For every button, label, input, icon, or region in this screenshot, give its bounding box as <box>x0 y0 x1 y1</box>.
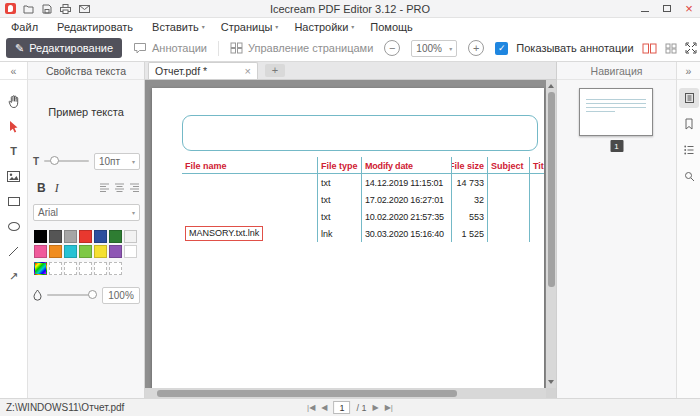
table-cell[interactable] <box>182 208 318 225</box>
close-icon[interactable]: × <box>245 66 251 77</box>
table-cell[interactable]: 14 733 <box>452 174 488 191</box>
color-swatch[interactable] <box>79 230 92 243</box>
table-cell[interactable]: 32 <box>452 191 488 208</box>
align-center-icon[interactable] <box>114 183 125 193</box>
maximize-button[interactable] <box>656 0 678 17</box>
italic-button[interactable]: I <box>55 181 59 196</box>
rectangle-tool[interactable] <box>0 190 27 212</box>
color-swatch[interactable] <box>124 230 137 243</box>
tab-document[interactable]: Отчет.pdf * × <box>148 62 258 79</box>
hand-tool[interactable] <box>0 90 27 112</box>
color-swatch[interactable] <box>34 245 47 258</box>
image-tool[interactable] <box>0 165 27 187</box>
first-page-button[interactable]: |◀ <box>307 403 315 412</box>
minimize-button[interactable] <box>634 0 656 17</box>
color-swatch[interactable] <box>109 245 122 258</box>
collapse-left-panel-icon[interactable]: « <box>0 62 27 80</box>
search-tab[interactable] <box>679 166 699 186</box>
table-cell[interactable]: txt <box>318 191 362 208</box>
align-right-icon[interactable] <box>129 183 140 193</box>
open-file-icon[interactable] <box>23 4 34 14</box>
custom-color-slot[interactable] <box>64 262 77 275</box>
ellipse-tool[interactable] <box>0 215 27 237</box>
print-icon[interactable] <box>60 4 71 14</box>
zoom-out-button[interactable]: − <box>384 40 400 56</box>
table-cell[interactable]: 17.02.2020 16:27:01 <box>362 191 452 208</box>
font-size-select[interactable]: 10пт▾ <box>94 153 140 170</box>
color-swatch[interactable] <box>49 230 62 243</box>
table-cell[interactable]: txt <box>318 208 362 225</box>
menu-settings[interactable]: Настройки▾ <box>286 18 362 35</box>
align-left-icon[interactable] <box>99 183 110 193</box>
custom-color-slot[interactable] <box>79 262 92 275</box>
bold-button[interactable]: B <box>37 181 46 195</box>
color-swatch[interactable] <box>124 245 137 258</box>
font-size-slider[interactable] <box>44 160 89 162</box>
annotations-list-tab[interactable] <box>679 140 699 160</box>
table-cell[interactable]: txt <box>318 174 362 191</box>
font-family-select[interactable]: Arial▾ <box>33 204 140 221</box>
menu-file[interactable]: Файл <box>3 18 49 35</box>
custom-color-slot[interactable] <box>94 262 107 275</box>
opacity-slider[interactable] <box>47 294 97 296</box>
scroll-down-icon[interactable] <box>548 380 554 384</box>
two-page-view-icon[interactable] <box>642 43 657 54</box>
select-cursor-tool[interactable] <box>0 115 27 137</box>
scrollbar-thumb[interactable] <box>548 92 555 287</box>
table-cell[interactable] <box>182 174 318 191</box>
save-icon[interactable] <box>42 4 52 14</box>
table-cell[interactable]: 14.12.2019 11:15:01 <box>362 174 452 191</box>
scrollbar-thumb[interactable] <box>157 390 457 397</box>
prev-page-button[interactable]: ◀ <box>321 403 327 412</box>
page-thumbnail[interactable] <box>579 88 653 136</box>
zoom-in-button[interactable]: + <box>468 40 484 56</box>
col-header-file-type[interactable]: File type <box>318 157 362 174</box>
table-cell[interactable]: 1 525 <box>452 225 488 242</box>
vertical-scrollbar[interactable] <box>546 80 556 388</box>
slider-handle[interactable] <box>50 156 59 165</box>
bookmarks-tab[interactable] <box>679 114 699 134</box>
collapse-right-panel-icon[interactable]: » <box>677 62 700 80</box>
close-button[interactable]: × <box>678 0 700 17</box>
color-swatch[interactable] <box>64 245 77 258</box>
menu-edit[interactable]: Редактировать <box>49 18 144 35</box>
col-header-file-name[interactable]: File name <box>182 157 318 174</box>
line-tool[interactable] <box>0 240 27 262</box>
scroll-up-icon[interactable] <box>548 84 554 88</box>
thumbnails-tab[interactable] <box>679 88 699 108</box>
col-header-subject[interactable]: Subject <box>488 157 530 174</box>
col-header-title[interactable]: Tit <box>530 157 544 174</box>
rounded-rect-element[interactable] <box>182 115 538 151</box>
annotations-mode-button[interactable]: Аннотации <box>133 42 207 54</box>
show-annotations-checkbox[interactable]: ✓ <box>495 42 508 55</box>
table-cell[interactable]: lnk <box>318 225 362 242</box>
table-cell[interactable] <box>182 191 318 208</box>
color-swatch[interactable] <box>94 245 107 258</box>
opacity-value[interactable]: 100% <box>102 287 140 304</box>
custom-color-picker[interactable] <box>34 262 47 275</box>
custom-color-slot[interactable] <box>49 262 62 275</box>
color-swatch[interactable] <box>34 230 47 243</box>
col-header-modify-date[interactable]: Modify date <box>362 157 452 174</box>
fullscreen-icon[interactable] <box>685 42 697 54</box>
grid-view-icon[interactable] <box>665 43 677 54</box>
new-tab-button[interactable]: + <box>265 64 285 77</box>
color-swatch[interactable] <box>79 245 92 258</box>
table-cell[interactable]: 30.03.2020 15:16:40 <box>362 225 452 242</box>
last-page-button[interactable]: ▶| <box>385 403 393 412</box>
menu-insert[interactable]: Вставить▾ <box>144 18 213 35</box>
text-tool[interactable]: T <box>0 140 27 162</box>
color-swatch[interactable] <box>49 245 62 258</box>
col-header-file-size[interactable]: File size <box>452 157 488 174</box>
color-swatch[interactable] <box>109 230 122 243</box>
slider-handle[interactable] <box>88 290 97 299</box>
color-swatch[interactable] <box>94 230 107 243</box>
edit-mode-button[interactable]: ✎ Редактирование <box>6 38 122 58</box>
current-page-input[interactable]: 1 <box>333 401 350 414</box>
zoom-level-select[interactable]: 100%▾ <box>411 40 457 57</box>
selected-text-element[interactable]: MANSORY.txt.lnk <box>185 226 263 241</box>
horizontal-scrollbar[interactable] <box>145 388 546 398</box>
table-cell[interactable]: 553 <box>452 208 488 225</box>
table-cell[interactable]: 10.02.2020 21:57:35 <box>362 208 452 225</box>
next-page-button[interactable]: ▶ <box>373 403 379 412</box>
